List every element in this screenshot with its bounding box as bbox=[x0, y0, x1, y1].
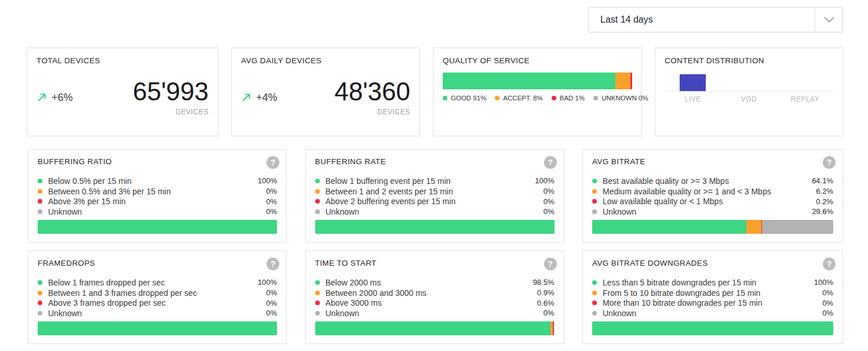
unit-label: DEVICES bbox=[334, 108, 410, 116]
legend-dot-icon bbox=[592, 291, 597, 295]
bar-segment-good bbox=[315, 220, 555, 234]
legend-value: 0.2% bbox=[796, 197, 833, 206]
legend-label: Below 1 frames dropped per sec bbox=[48, 278, 240, 287]
legend-label: Medium available quality or >= 1 and < 3… bbox=[603, 187, 796, 196]
legend-label: Unknown bbox=[603, 309, 796, 318]
card-total-devices: TOTAL DEVICES +6% 65'993 DEVICES bbox=[27, 48, 218, 136]
legend-label: Above 3000 ms bbox=[326, 298, 517, 307]
legend-dot-icon bbox=[592, 199, 597, 204]
card-avg-bitrate-downgrades: AVG BITRATE DOWNGRADES ? Less than 5 bit… bbox=[582, 251, 843, 344]
trend-indicator: +4% bbox=[241, 92, 278, 104]
axis-label-live: LIVE bbox=[665, 95, 721, 103]
legend-label: Unknown bbox=[326, 309, 517, 318]
legend-label: GOOD 91% bbox=[451, 95, 486, 102]
summary-row: TOTAL DEVICES +6% 65'993 DEVICES AVG DAI… bbox=[27, 48, 843, 136]
legend-row: Above 3% per 15 min 0% bbox=[38, 196, 277, 207]
legend-row: Unknown 29.6% bbox=[592, 207, 833, 217]
trend-up-arrow-icon bbox=[37, 92, 47, 103]
card-content-distribution: CONTENT DISTRIBUTION LIVE VOD REPLAY bbox=[655, 48, 843, 136]
legend-row: Between 0.5% and 3% per 15 min 0% bbox=[38, 186, 277, 197]
help-icon[interactable]: ? bbox=[267, 156, 279, 169]
legend-value: 100% bbox=[796, 278, 833, 287]
legend-value: 0.9% bbox=[517, 288, 555, 297]
date-range-dropdown[interactable]: Last 14 days bbox=[588, 7, 843, 32]
qos-distribution-bar bbox=[443, 73, 632, 89]
legend-label: Unknown bbox=[326, 207, 517, 216]
legend-item-bad: BAD 1% bbox=[552, 95, 585, 102]
distribution-bar bbox=[38, 220, 277, 234]
legend-dot-icon bbox=[592, 179, 597, 183]
legend-dot-icon bbox=[443, 96, 447, 100]
legend-dot-icon bbox=[592, 189, 597, 194]
legend-value: 29.6% bbox=[796, 207, 833, 216]
legend-row: Low available quality or < 1 Mbps 0.2% bbox=[592, 196, 833, 207]
legend-label: BAD 1% bbox=[560, 95, 585, 102]
card-title: AVG DAILY DEVICES bbox=[241, 56, 410, 65]
legend-dot-icon bbox=[592, 280, 597, 285]
help-icon[interactable]: ? bbox=[544, 156, 557, 169]
qos-segment-bad bbox=[630, 73, 632, 89]
help-icon[interactable]: ? bbox=[823, 156, 836, 169]
legend-value: 0% bbox=[240, 207, 277, 216]
legend-item-unknown: UNKNOWN 0% bbox=[593, 95, 648, 102]
legend-value: 0% bbox=[796, 299, 833, 307]
card-quality-of-service: QUALITY OF SERVICE GOOD 91% ACCEPT. 8% B… bbox=[433, 48, 642, 136]
legend-row: Below 0.5% per 15 min 100% bbox=[38, 176, 277, 186]
legend-row: Below 2000 ms 98.5% bbox=[315, 277, 555, 288]
legend-dot-icon bbox=[315, 209, 320, 214]
legend-value: 0% bbox=[240, 197, 277, 206]
legend-value: 98.5% bbox=[517, 278, 555, 287]
legend-dot-icon bbox=[38, 189, 42, 194]
card-title: TOTAL DEVICES bbox=[37, 56, 209, 65]
legend-dot-icon bbox=[315, 199, 320, 204]
legend-dot-icon bbox=[38, 280, 42, 285]
legend-row: Unknown 0% bbox=[38, 308, 277, 319]
trend-value: +6% bbox=[52, 92, 73, 104]
bar-column-vod bbox=[721, 74, 777, 91]
legend-dot-icon bbox=[315, 311, 320, 316]
help-icon[interactable]: ? bbox=[823, 258, 836, 270]
bar-column-replay bbox=[777, 74, 833, 91]
legend-dot-icon bbox=[315, 189, 320, 194]
legend-row: More than 10 bitrate downgrades per 15 m… bbox=[592, 298, 833, 308]
help-icon[interactable]: ? bbox=[544, 258, 557, 270]
legend-dot-icon bbox=[38, 301, 42, 305]
legend-value: 0% bbox=[517, 207, 555, 216]
legend-value: 0% bbox=[517, 197, 555, 206]
legend-label: Between 1 and 2 events per 15 min bbox=[326, 187, 517, 196]
legend-label: Unknown bbox=[48, 309, 240, 318]
legend-dot-icon bbox=[315, 280, 320, 285]
metric-legend: Below 1 frames dropped per sec 100% Betw… bbox=[38, 277, 277, 319]
dashboard-page: Last 14 days TOTAL DEVICES +6% 65'993 DE… bbox=[0, 0, 868, 351]
legend-label: From 5 to 10 bitrate downgrades per 15 m… bbox=[603, 288, 796, 298]
legend-label: More than 10 bitrate downgrades per 15 m… bbox=[603, 298, 796, 307]
card-time-to-start: TIME TO START ? Below 2000 ms 98.5% Betw… bbox=[305, 251, 564, 344]
trend-value: +4% bbox=[256, 92, 278, 104]
metric-legend: Best available quality or >= 3 Mbps 64.1… bbox=[592, 176, 833, 217]
distribution-bar bbox=[315, 220, 555, 234]
legend-row: Unknown 0% bbox=[592, 308, 833, 319]
card-title: TIME TO START bbox=[315, 259, 377, 267]
legend-row: From 5 to 10 bitrate downgrades per 15 m… bbox=[592, 288, 833, 298]
legend-dot-icon bbox=[38, 199, 42, 204]
legend-row: Below 1 buffering event per 15 min 100% bbox=[315, 176, 555, 186]
legend-label: Above 3 frames dropped per sec bbox=[48, 298, 240, 307]
total-devices-value: 65'993 bbox=[133, 79, 209, 104]
help-icon[interactable]: ? bbox=[267, 258, 279, 270]
metric-legend: Less than 5 bitrate downgrades per 15 mi… bbox=[592, 277, 833, 319]
legend-label: Unknown bbox=[48, 207, 240, 216]
bar-segment-good bbox=[315, 321, 551, 335]
legend-value: 100% bbox=[240, 278, 277, 287]
qos-segment-acceptable bbox=[615, 73, 630, 89]
avg-daily-devices-value: 48'360 bbox=[334, 79, 410, 104]
legend-row: Between 2000 and 3000 ms 0.9% bbox=[315, 288, 555, 298]
metric-legend: Below 1 buffering event per 15 min 100% … bbox=[315, 176, 555, 217]
legend-item-good: GOOD 91% bbox=[443, 95, 486, 102]
card-title: BUFFERING RATE bbox=[315, 157, 386, 166]
card-avg-daily-devices: AVG DAILY DEVICES +4% 48'360 DEVICES bbox=[231, 48, 420, 136]
legend-label: Less than 5 bitrate downgrades per 15 mi… bbox=[603, 278, 796, 287]
legend-row: Best available quality or >= 3 Mbps 64.1… bbox=[592, 176, 833, 186]
legend-dot-icon bbox=[315, 291, 320, 295]
legend-row: Less than 5 bitrate downgrades per 15 mi… bbox=[592, 277, 833, 288]
live-bar bbox=[680, 74, 706, 91]
